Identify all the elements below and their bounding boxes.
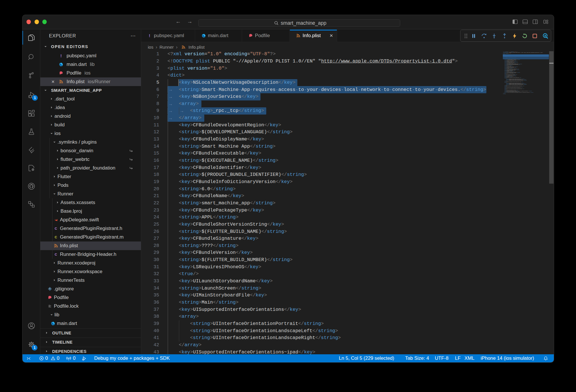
svg-text:C: C — [55, 253, 57, 256]
svg-text:!: ! — [149, 33, 150, 38]
svg-text:C: C — [55, 227, 57, 230]
svg-text:C: C — [55, 235, 57, 239]
svg-text:!: ! — [61, 54, 62, 58]
